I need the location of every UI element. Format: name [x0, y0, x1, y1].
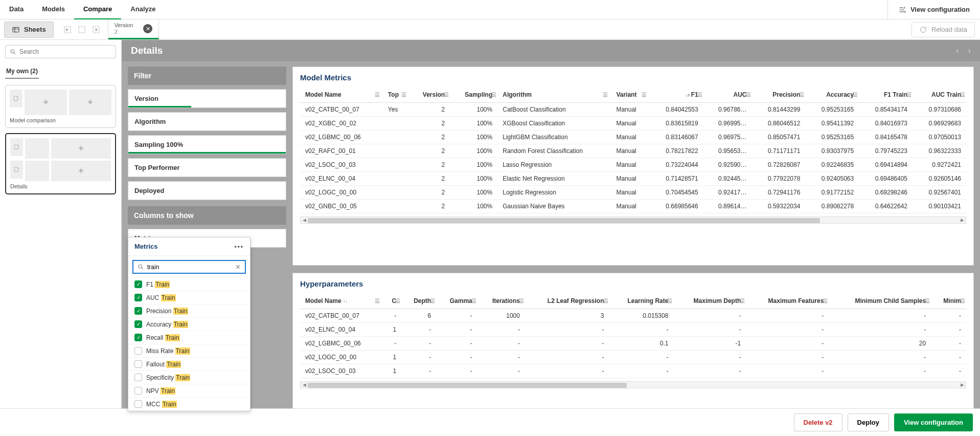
- table-row[interactable]: v02_LGBMC_00_06-----0.1-1-20-: [300, 336, 966, 350]
- checkbox-icon[interactable]: [134, 374, 142, 381]
- table-row[interactable]: v02_ELNC_00_042100%Elastic Net Regressio…: [300, 172, 966, 186]
- column-menu-icon[interactable]: ☰: [823, 297, 828, 304]
- checkbox-icon[interactable]: [134, 347, 142, 355]
- column-header[interactable]: Accuracy☰: [805, 87, 859, 103]
- column-menu-icon[interactable]: ☰: [853, 92, 858, 98]
- column-header[interactable]: Sampling☰: [450, 87, 497, 103]
- column-header[interactable]: Model Name☰: [300, 87, 383, 103]
- table-row[interactable]: v02_GNBC_00_052100%Gaussian Naive BayesM…: [300, 200, 966, 213]
- filter-top-performer[interactable]: Top Performer: [128, 158, 286, 177]
- column-menu-icon[interactable]: ☰: [430, 297, 435, 304]
- table-row[interactable]: v02_RAFC_00_012100%Random Forest Classif…: [300, 144, 966, 158]
- checkbox-icon[interactable]: ✓: [134, 307, 142, 315]
- metric-option[interactable]: Miss Rate Train: [128, 344, 250, 358]
- metric-option[interactable]: Specificity Train: [128, 371, 250, 384]
- column-header[interactable]: Variant☰: [611, 87, 649, 103]
- table-row[interactable]: v02_CATBC_00_07-6-100030.015308----: [300, 309, 966, 322]
- metric-option[interactable]: ✓Recall Train: [128, 331, 250, 344]
- column-header[interactable]: Algorithm☰: [497, 87, 611, 103]
- close-icon[interactable]: ✕: [143, 24, 152, 33]
- column-menu-icon[interactable]: ☰: [444, 92, 449, 98]
- metric-option[interactable]: NPV Train: [128, 384, 250, 398]
- prev-sheet-icon[interactable]: ‹: [956, 46, 959, 55]
- table-row[interactable]: v02_XGBC_00_022100%XGBoost Classificatio…: [300, 117, 966, 130]
- selection-forward-icon[interactable]: [92, 25, 101, 34]
- model-metrics-table[interactable]: Model Name☰Top☰Version☰Sampling☰Algorith…: [300, 87, 966, 213]
- hp-hscrollbar[interactable]: ◀ ▶: [300, 381, 966, 388]
- reload-data-button[interactable]: Reload data: [911, 22, 975, 37]
- filter-version[interactable]: Version: [128, 89, 286, 108]
- column-menu-icon[interactable]: ☰: [799, 92, 804, 98]
- sidebar-search-input[interactable]: [19, 48, 111, 55]
- column-menu-icon[interactable]: ☰: [375, 297, 380, 304]
- table-row[interactable]: v02_LSOC_00_031---------: [300, 364, 966, 378]
- metrics-search[interactable]: ✕: [132, 260, 246, 274]
- column-header[interactable]: Minim☰: [931, 293, 966, 309]
- deploy-button[interactable]: Deploy: [848, 413, 889, 431]
- more-options-icon[interactable]: •••: [234, 243, 244, 250]
- filter-sampling[interactable]: Sampling 100%: [128, 135, 286, 154]
- column-header[interactable]: Model Name ↑↓☰: [300, 293, 383, 309]
- checkbox-icon[interactable]: [134, 387, 142, 395]
- sheet-thumb-details[interactable]: ✦ ✦ Details: [5, 133, 116, 194]
- table-row[interactable]: v02_LOGC_00_001---------: [300, 350, 966, 364]
- column-header[interactable]: Maximum Depth☰: [673, 293, 746, 309]
- metrics-hscrollbar[interactable]: ◀ ▶: [300, 216, 966, 224]
- column-menu-icon[interactable]: ☰: [375, 92, 380, 98]
- nav-models[interactable]: Models: [33, 0, 74, 19]
- view-configuration-button[interactable]: View configuration: [887, 0, 980, 19]
- my-own-section[interactable]: My own (2): [5, 64, 39, 79]
- column-menu-icon[interactable]: ☰: [395, 297, 400, 304]
- column-header[interactable]: Top☰: [383, 87, 409, 103]
- version-tab[interactable]: Version 2 ✕: [108, 19, 159, 39]
- column-header[interactable]: Gamma☰: [436, 293, 477, 309]
- metric-option[interactable]: ✓Precision Train: [128, 304, 250, 318]
- column-menu-icon[interactable]: ☰: [697, 92, 702, 98]
- column-header[interactable]: Depth☰: [401, 293, 436, 309]
- column-header[interactable]: Minimum Child Samples☰: [829, 293, 931, 309]
- sheets-button[interactable]: Sheets: [4, 21, 54, 38]
- column-menu-icon[interactable]: ☰: [491, 92, 496, 98]
- checkbox-icon[interactable]: ✓: [134, 280, 142, 288]
- clear-search-icon[interactable]: ✕: [235, 263, 241, 271]
- metrics-list[interactable]: ✓F1 Train✓AUC Train✓Precision Train✓Accu…: [128, 278, 250, 411]
- column-menu-icon[interactable]: ☰: [667, 297, 672, 304]
- column-header[interactable]: Maximum Features☰: [746, 293, 829, 309]
- metric-option[interactable]: Fallout Train: [128, 358, 250, 371]
- metrics-search-input[interactable]: [147, 264, 235, 271]
- column-header[interactable]: AUC Train☰: [913, 87, 966, 103]
- table-row[interactable]: v02_LSOC_00_032100%Lasso RegressionManua…: [300, 158, 966, 172]
- table-row[interactable]: v02_CATBC_00_07Yes2100%CatBoost Classifi…: [300, 103, 966, 117]
- column-header[interactable]: L2 Leaf Regression☰: [525, 293, 609, 309]
- table-row[interactable]: v02_LOGC_00_002100%Logistic RegressionMa…: [300, 186, 966, 200]
- metric-option[interactable]: ✓Accuracy Train: [128, 318, 250, 331]
- column-menu-icon[interactable]: ☰: [603, 92, 608, 98]
- column-menu-icon[interactable]: ☰: [740, 297, 745, 304]
- column-menu-icon[interactable]: ☰: [746, 92, 751, 98]
- selection-clear-icon[interactable]: [77, 25, 86, 34]
- next-sheet-icon[interactable]: ›: [968, 46, 971, 55]
- metric-option[interactable]: ✓F1 Train: [128, 278, 250, 291]
- column-menu-icon[interactable]: ☰: [925, 297, 930, 304]
- sidebar-search[interactable]: [5, 45, 116, 58]
- column-header[interactable]: Version☰: [409, 87, 450, 103]
- column-header[interactable]: F1 Train☰: [859, 87, 913, 103]
- filter-algorithm[interactable]: Algorithm: [128, 112, 286, 131]
- nav-compare[interactable]: Compare: [74, 0, 121, 19]
- column-menu-icon[interactable]: ☰: [401, 92, 406, 98]
- checkbox-icon[interactable]: [134, 360, 142, 368]
- column-menu-icon[interactable]: ☰: [960, 297, 965, 304]
- checkbox-icon[interactable]: ✓: [134, 294, 142, 301]
- column-menu-icon[interactable]: ☰: [603, 297, 608, 304]
- column-menu-icon[interactable]: ☰: [519, 297, 524, 304]
- column-menu-icon[interactable]: ☰: [642, 92, 647, 98]
- filter-deployed[interactable]: Deployed: [128, 181, 286, 200]
- column-header[interactable]: ↓#F1☰: [650, 87, 703, 103]
- selection-back-icon[interactable]: [63, 25, 72, 34]
- column-header[interactable]: C☰: [383, 293, 401, 309]
- checkbox-icon[interactable]: ✓: [134, 320, 142, 328]
- checkbox-icon[interactable]: ✓: [134, 334, 142, 341]
- column-header[interactable]: AUC☰: [703, 87, 752, 103]
- column-header[interactable]: Iterations☰: [477, 293, 525, 309]
- hyperparameters-table[interactable]: Model Name ↑↓☰C☰Depth☰Gamma☰Iterations☰L…: [300, 293, 966, 378]
